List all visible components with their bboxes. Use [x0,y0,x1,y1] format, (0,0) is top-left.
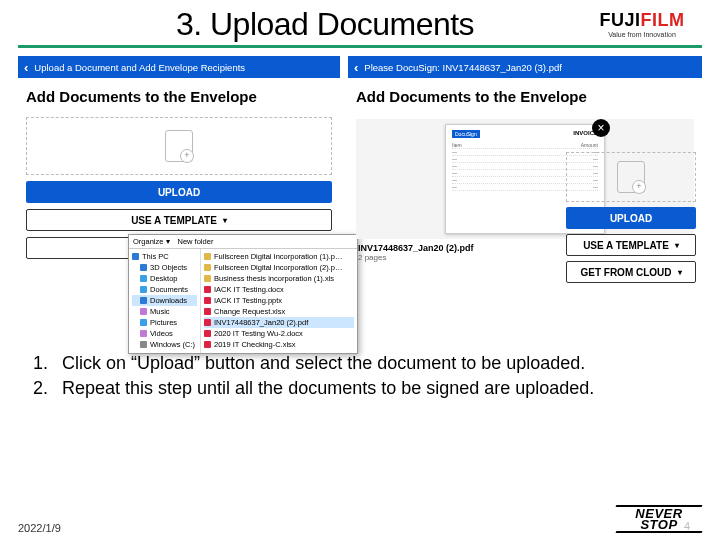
document-dropzone[interactable] [566,152,696,202]
back-icon[interactable]: ‹ [354,60,358,75]
file-item[interactable]: IACK IT Testing.docx [204,284,354,295]
sidebar-node-label: Videos [150,329,173,338]
use-template-button[interactable]: USE A TEMPLATE▾ [26,209,332,231]
document-filename: INV17448637_Jan20 (2).pdf [358,243,474,253]
folder-icon [140,341,147,348]
sidebar-node[interactable]: 3D Objects [132,262,197,273]
file-chooser-dialog: Organize ▾ New folder This PC3D ObjectsD… [128,234,358,354]
step-number: 2. [28,377,48,400]
folder-icon [140,264,147,271]
file-item-label: INV17448637_Jan20 (2).pdf [214,318,308,327]
panel-heading: Add Documents to the Envelope [18,78,340,113]
instruction-steps: 1. Click on “Upload” button and select t… [18,352,702,401]
sidebar-node-label: 3D Objects [150,263,187,272]
docusign-tag: DocuSign [452,130,480,138]
sidebar-node[interactable]: Videos [132,328,197,339]
file-item[interactable]: Change Request.xlsx [204,306,354,317]
chevron-down-icon: ▾ [223,216,227,225]
sidebar-node[interactable]: This PC [132,251,197,262]
file-item[interactable]: Business thesis incorporation (1).xls [204,273,354,284]
sidebar-node[interactable]: Desktop [132,273,197,284]
file-icon [204,319,211,326]
file-item-label: IACK IT Testing.docx [214,285,284,294]
chevron-down-icon: ▾ [678,268,682,277]
sidebar-node[interactable]: Downloads [132,295,197,306]
sidebar-node-label: Downloads [150,296,187,305]
fujifilm-logo: FUJIFILM Value from Innovation [582,11,702,38]
sidebar-node[interactable]: Pictures [132,317,197,328]
document-dropzone[interactable] [26,117,332,175]
file-item-label: IACK IT Testing.pptx [214,296,282,305]
folder-icon [140,319,147,326]
screenshot-upload-start: ‹ Upload a Document and Add Envelope Rec… [18,56,340,336]
file-item-label: 2020 IT Testing Wu-2.docx [214,329,303,338]
file-item[interactable]: INV17448637_Jan20 (2).pdf [204,317,354,328]
sidebar-node-label: Desktop [150,274,178,283]
step-text: Repeat this step until all the documents… [62,377,594,400]
file-item-label: 2019 IT Checking-C.xlsx [214,340,296,349]
file-item[interactable]: IACK IT Testing.pptx [204,295,354,306]
file-icon [204,253,211,260]
folder-icon [140,330,147,337]
slide-date: 2022/1/9 [18,522,61,534]
sidebar-node-label: This PC [142,252,169,261]
file-item[interactable]: 2020 IT Testing Wu-2.docx [204,328,354,339]
file-item-label: Fullscreen Digital Incorporation (1).p… [214,252,342,261]
folder-icon [140,286,147,293]
slide-title: 3. Upload Documents [18,6,582,43]
appbar-title: Please DocuSign: INV17448637_Jan20 (3).p… [364,62,562,73]
sidebar-node-label: Windows (C:) [150,340,195,349]
file-item[interactable]: Fullscreen Digital Incorporation (1).p… [204,251,354,262]
slide-header: 3. Upload Documents FUJIFILM Value from … [18,6,702,48]
folder-icon [132,253,139,260]
file-icon [204,308,211,315]
file-icon [204,275,211,282]
use-template-button[interactable]: USE A TEMPLATE▾ [566,234,696,256]
file-icon [204,330,211,337]
organize-menu[interactable]: Organize ▾ [133,237,170,246]
chevron-down-icon: ▾ [675,241,679,250]
panel-heading: Add Documents to the Envelope [348,78,702,113]
remove-document-button[interactable]: × [592,119,610,137]
file-item-label: Fullscreen Digital Incorporation (2).p… [214,263,342,272]
step-text: Click on “Upload” button and select the … [62,352,585,375]
file-icon [204,286,211,293]
folder-icon [140,275,147,282]
appbar-title: Upload a Document and Add Envelope Recip… [34,62,245,73]
file-item-label: Change Request.xlsx [214,307,285,316]
file-chooser-file-list: Fullscreen Digital Incorporation (1).p…F… [201,249,357,353]
screenshot-document-added: ‹ Please DocuSign: INV17448637_Jan20 (3)… [348,56,702,336]
appbar: ‹ Upload a Document and Add Envelope Rec… [18,56,340,78]
upload-button[interactable]: UPLOAD [566,207,696,229]
get-from-cloud-button[interactable]: GET FROM CLOUD▾ [566,261,696,283]
folder-icon [140,308,147,315]
sidebar-node-label: Pictures [150,318,177,327]
file-item[interactable]: 2019 IT Checking-C.xlsx [204,339,354,350]
file-item-label: Business thesis incorporation (1).xls [214,274,334,283]
file-item[interactable]: Fullscreen Digital Incorporation (2).p… [204,262,354,273]
slide-page-number: 4 [684,520,690,532]
file-icon [204,264,211,271]
file-icon [204,297,211,304]
sidebar-node-label: Music [150,307,170,316]
sidebar-node[interactable]: Music [132,306,197,317]
sidebar-node-label: Documents [150,285,188,294]
file-icon [204,341,211,348]
back-icon[interactable]: ‹ [24,60,28,75]
file-chooser-sidebar: This PC3D ObjectsDesktopDocumentsDownloa… [129,249,201,353]
add-document-icon [617,161,645,193]
folder-icon [140,297,147,304]
add-document-icon [165,130,193,162]
step-number: 1. [28,352,48,375]
upload-button[interactable]: UPLOAD [26,181,332,203]
new-folder-button[interactable]: New folder [178,237,214,246]
sidebar-node[interactable]: Windows (C:) [132,339,197,350]
sidebar-node[interactable]: Documents [132,284,197,295]
appbar: ‹ Please DocuSign: INV17448637_Jan20 (3)… [348,56,702,78]
